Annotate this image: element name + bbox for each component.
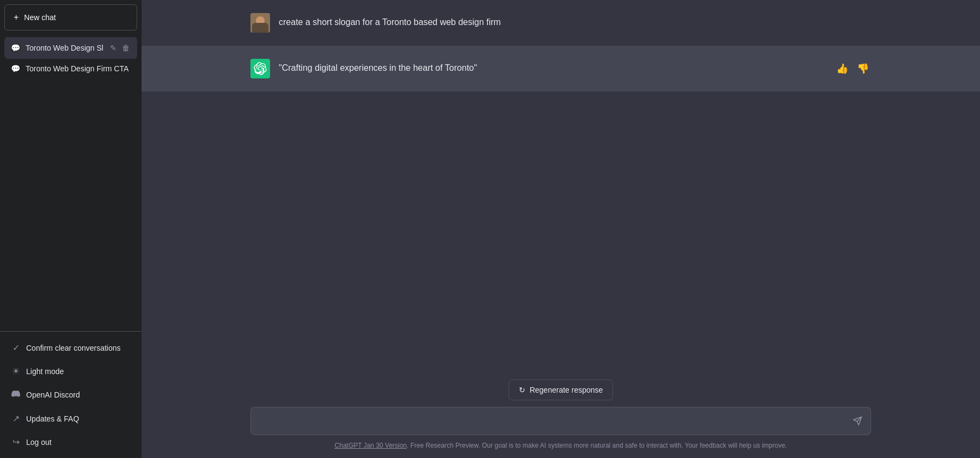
- edit-chat-button[interactable]: ✎: [109, 42, 118, 53]
- footer-description: . Free Research Preview. Our goal is to …: [407, 442, 787, 449]
- message-actions: 👍 👎: [834, 62, 871, 76]
- assistant-message-content: "Crafting digital experiences in the hea…: [279, 59, 871, 75]
- chat-item-actions: ✎ 🗑: [109, 42, 131, 53]
- chat-item-label: Toronto Web Design Sl: [26, 44, 103, 52]
- regenerate-button[interactable]: ↻ Regenerate response: [509, 380, 614, 400]
- delete-chat-button[interactable]: 🗑: [121, 42, 131, 53]
- new-chat-label: New chat: [24, 13, 56, 22]
- send-icon: [853, 416, 862, 426]
- sidebar: + New chat 💬 Toronto Web Design Sl ✎ 🗑 💬…: [0, 0, 142, 458]
- sun-icon: ☀: [11, 366, 21, 376]
- light-mode-item[interactable]: ☀ Light mode: [4, 359, 137, 383]
- check-icon: ✓: [11, 343, 21, 353]
- footer-text: ChatGPT Jan 30 Version. Free Research Pr…: [335, 442, 787, 454]
- discord-icon: [11, 389, 21, 400]
- logout-item[interactable]: ↪ Log out: [4, 430, 137, 454]
- chat-icon: 💬: [11, 44, 20, 52]
- footer-version-link[interactable]: ChatGPT Jan 30 Version: [335, 442, 407, 449]
- chat-item[interactable]: 💬 Toronto Web Design Sl ✎ 🗑: [4, 37, 137, 59]
- new-chat-button[interactable]: + New chat: [4, 4, 137, 30]
- chat-list: 💬 Toronto Web Design Sl ✎ 🗑 💬 Toronto We…: [0, 35, 142, 331]
- thumbs-down-button[interactable]: 👎: [855, 62, 871, 76]
- user-message-content: create a short slogan for a Toronto base…: [279, 13, 871, 29]
- updates-faq-label: Updates & FAQ: [26, 414, 79, 423]
- confirm-clear-label: Confirm clear conversations: [26, 344, 121, 352]
- user-message: create a short slogan for a Toronto base…: [142, 0, 980, 46]
- assistant-message: "Crafting digital experiences in the hea…: [142, 46, 980, 91]
- external-link-icon: ↗: [11, 413, 21, 424]
- regenerate-label: Regenerate response: [530, 386, 603, 394]
- logout-label: Log out: [26, 438, 52, 447]
- avatar-image: [250, 13, 270, 33]
- plus-icon: +: [14, 13, 19, 22]
- chat-icon: 💬: [11, 64, 20, 73]
- thumbs-up-button[interactable]: 👍: [834, 62, 850, 76]
- avatar-body: [252, 23, 268, 33]
- openai-avatar: [250, 59, 270, 78]
- main-content: create a short slogan for a Toronto base…: [142, 0, 980, 458]
- input-container: [250, 407, 871, 435]
- sidebar-bottom: ✓ Confirm clear conversations ☀ Light mo…: [0, 331, 142, 458]
- updates-faq-item[interactable]: ↗ Updates & FAQ: [4, 407, 137, 430]
- user-avatar: [250, 13, 270, 33]
- light-mode-label: Light mode: [26, 367, 64, 376]
- discord-item[interactable]: OpenAI Discord: [4, 383, 137, 407]
- send-button[interactable]: [850, 414, 865, 428]
- logout-icon: ↪: [11, 437, 21, 447]
- chat-item[interactable]: 💬 Toronto Web Design Firm CTA: [4, 59, 137, 78]
- bottom-area: ↻ Regenerate response ChatGPT Jan 30 Ver…: [142, 371, 980, 458]
- messages-container: create a short slogan for a Toronto base…: [142, 0, 980, 371]
- chat-item-label: Toronto Web Design Firm CTA: [26, 64, 131, 73]
- discord-label: OpenAI Discord: [26, 390, 80, 399]
- regenerate-icon: ↻: [519, 386, 525, 394]
- confirm-clear-item[interactable]: ✓ Confirm clear conversations: [4, 336, 137, 359]
- chat-input[interactable]: [250, 407, 871, 435]
